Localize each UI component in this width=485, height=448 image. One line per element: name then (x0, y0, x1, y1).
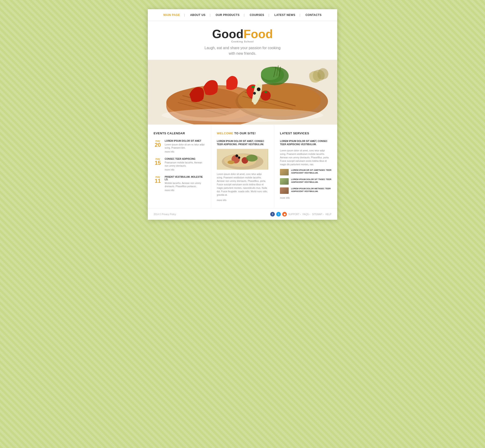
welcome-title: WELCOME TO OUR SITE! (217, 132, 268, 135)
service-thumb-1 (280, 169, 289, 176)
event-title-1: LOREM IPSUM DOLOR SIT AMET (165, 140, 205, 142)
tagline: Laugh, eat and share your passion for co… (152, 45, 333, 56)
welcome-title-highlight: WELCOME (217, 132, 233, 135)
event-content-2: CONSEC TEER ADIPISCING Praesanum molstie… (165, 158, 205, 171)
services-more[interactable]: more info (280, 197, 331, 199)
event-content-1: LOREM IPSUM DOLOR SIT AMET Lorem ipsum d… (165, 140, 205, 153)
events-col: EVENTS CALENDAR may 20 LOREM IPSUM DOLOR… (148, 125, 211, 208)
services-lead: LOREM IPSUM DOLOR SIT AMET, CONSEC TEER … (280, 140, 331, 146)
footer-right: f t ◉ SUPPORT FAQS SITEMAP HELP (270, 212, 331, 216)
svg-point-19 (257, 88, 261, 91)
footer-links: SUPPORT FAQS SITEMAP HELP (288, 213, 331, 216)
service-item-3: LOREM IPSUM DOLOR METNSEC TEER ADIPISCEN… (280, 187, 331, 194)
event-title-2: CONSEC TEER ADIPISCING (165, 158, 205, 160)
events-title: EVENTS CALENDAR (154, 132, 205, 135)
svg-point-33 (228, 160, 234, 164)
event-item-2: may 15 CONSEC TEER ADIPISCING Praesanum … (154, 158, 205, 171)
footer-faqs[interactable]: FAQS (303, 213, 310, 216)
event-desc-2: Praesanum molstie lacuirhs. Aenean non u… (165, 161, 205, 168)
footer-sitemap[interactable]: SITEMAP (312, 213, 324, 216)
event-day-1: 20 (154, 142, 162, 148)
site-footer: 2014 © Privacy Policy f t ◉ SUPPORT FAQS… (148, 208, 337, 220)
service-item-1: LOREM IPSUM DR SIT AMETNSEC TEER ADIPISC… (280, 169, 331, 176)
event-desc-1: Lorem ipsum dolor sit am nc tetur adipi … (165, 143, 205, 150)
event-more-2[interactable]: more info (165, 168, 205, 171)
svg-point-15 (264, 91, 267, 93)
svg-point-32 (238, 157, 240, 159)
welcome-image (217, 149, 268, 170)
logo-good: Good (212, 27, 244, 41)
event-date-1: may 20 (154, 140, 162, 153)
event-item-1: may 20 LOREM IPSUM DOLOR SIT AMET Lorem … (154, 140, 205, 153)
welcome-col: WELCOME TO OUR SITE! LOREM IPSUM DOLOR S… (211, 125, 274, 208)
site-wrapper: MAIN PAGE ABOUT US OUR PRODUCTS COURSES … (148, 9, 337, 220)
logo: GoodFood Cooking School (152, 28, 333, 43)
welcome-more[interactable]: more info (217, 199, 268, 201)
services-col: LATEST SERVICES LOREM IPSUM DOLOR SIT AM… (274, 125, 337, 208)
site-header: GoodFood Cooking School Laugh, eat and s… (148, 21, 337, 60)
event-date-3: may 11 (154, 176, 162, 192)
social-facebook[interactable]: f (270, 212, 275, 216)
service-thumb-2 (280, 178, 289, 185)
footer-support[interactable]: SUPPORT (288, 213, 301, 216)
svg-point-31 (235, 154, 238, 157)
event-more-3[interactable]: more info (165, 189, 205, 192)
main-nav: MAIN PAGE ABOUT US OUR PRODUCTS COURSES … (148, 9, 337, 21)
event-title-3: PRSENT VESTIBULUM. MOLESTIE LS. (165, 176, 205, 181)
tagline-line2: with new friends. (229, 51, 256, 56)
service-item-text-2: LOREM IPSUM DOLOR SIT TNSEC TEER ADIPISC… (291, 178, 331, 184)
service-item-text-3: LOREM IPSUM DOLOR METNSEC TEER ADIPISCEN… (291, 187, 331, 193)
three-columns: EVENTS CALENDAR may 20 LOREM IPSUM DOLOR… (148, 124, 337, 208)
logo-subtitle: Cooking School (152, 40, 333, 43)
nav-contacts[interactable]: CONTACTS (300, 13, 327, 17)
social-twitter[interactable]: t (276, 212, 281, 216)
welcome-title-rest: TO OUR SITE! (233, 132, 256, 135)
svg-point-24 (162, 108, 323, 122)
service-item-text-1: LOREM IPSUM DR SIT AMETNSEC TEER ADIPISC… (291, 169, 331, 174)
welcome-body: Lorem ipsum dolor sit amet, conc tetur a… (217, 172, 268, 197)
social-rss[interactable]: ◉ (282, 212, 287, 216)
service-thumb-3 (280, 187, 289, 194)
nav-courses[interactable]: COURSES (245, 13, 269, 17)
event-day-2: 15 (154, 160, 162, 166)
hero-image (148, 60, 337, 124)
nav-our-products[interactable]: OUR PRODUCTS (211, 13, 245, 17)
nav-about-us[interactable]: ABOUT US (185, 13, 211, 17)
event-item-3: may 11 PRSENT VESTIBULUM. MOLESTIE LS. M… (154, 176, 205, 192)
event-desc-3: Molstie lacuirhs. Aenean non ummy dreria… (165, 182, 205, 188)
svg-point-13 (251, 86, 255, 88)
tagline-line1: Laugh, eat and share your passion for co… (204, 46, 280, 50)
event-more-1[interactable]: more info (165, 151, 205, 153)
welcome-lead: LOREM IPSUM DOLOR SIT AMET, CONSEC TEER … (217, 140, 268, 146)
nav-latest-news[interactable]: LATEST NEWS (269, 13, 300, 17)
nav-main-page[interactable]: MAIN PAGE (158, 13, 185, 17)
services-body: Lorem ipsum dolor sit amet, conc tetur a… (280, 149, 331, 166)
footer-help[interactable]: HELP (325, 213, 331, 216)
logo-food: Food (243, 27, 273, 41)
svg-point-18 (261, 67, 279, 80)
event-date-2: may 15 (154, 158, 162, 171)
event-day-3: 11 (154, 178, 162, 184)
event-content-3: PRSENT VESTIBULUM. MOLESTIE LS. Molstie … (165, 176, 205, 192)
service-item-2: LOREM IPSUM DOLOR SIT TNSEC TEER ADIPISC… (280, 178, 331, 185)
svg-point-20 (253, 92, 256, 95)
footer-copy: 2014 © Privacy Policy (154, 213, 176, 216)
services-title: LATEST SERVICES (280, 132, 331, 135)
svg-point-30 (246, 155, 257, 161)
